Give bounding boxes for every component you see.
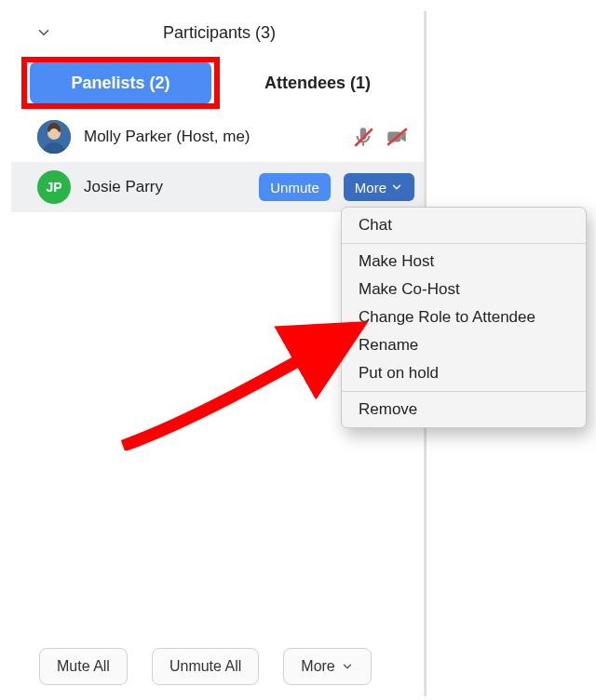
menu-item-make-cohost[interactable]: Make Co-Host <box>342 276 586 303</box>
menu-item-label: Change Role to Attendee <box>359 308 535 326</box>
menu-item-remove[interactable]: Remove <box>342 396 586 424</box>
menu-item-label: Chat <box>359 216 392 234</box>
participant-name: Josie Parry <box>84 178 246 196</box>
menu-item-make-host[interactable]: Make Host <box>342 248 586 276</box>
menu-item-chat[interactable]: Chat <box>342 211 586 239</box>
unmute-all-label: Unmute All <box>169 658 241 675</box>
participant-list: Molly Parker (Host, me) <box>11 112 424 212</box>
avatar: JP <box>37 170 71 204</box>
menu-item-label: Remove <box>359 400 417 418</box>
participant-name: Molly Parker (Host, me) <box>84 128 338 146</box>
menu-item-change-role[interactable]: Change Role to Attendee <box>342 303 586 331</box>
tab-panelists-label: Panelists (2) <box>71 74 169 93</box>
tab-attendees[interactable]: Attendees (1) <box>211 61 424 104</box>
mic-muted-icon <box>351 125 375 149</box>
participant-row: JP Josie Parry Unmute More <box>11 162 424 212</box>
unmute-all-button[interactable]: Unmute All <box>152 648 259 685</box>
panel-header: Participants (3) <box>11 11 424 54</box>
unmute-button-label: Unmute <box>270 180 319 195</box>
chevron-down-icon[interactable] <box>35 24 52 41</box>
mute-all-button[interactable]: Mute All <box>39 648 128 685</box>
menu-item-label: Make Co-Host <box>359 280 460 298</box>
tab-bar: Panelists (2) Attendees (1) <box>11 54 424 112</box>
mute-all-label: Mute All <box>57 658 110 675</box>
more-button[interactable]: More <box>344 173 414 201</box>
tab-attendees-label: Attendees (1) <box>264 74 371 93</box>
status-icons <box>351 125 414 149</box>
tab-panelists[interactable]: Panelists (2) <box>30 61 211 104</box>
bottom-more-label: More <box>301 658 334 675</box>
menu-item-label: Rename <box>359 336 418 354</box>
avatar <box>37 120 71 154</box>
more-dropdown-menu: Chat Make Host Make Co-Host Change Role … <box>341 207 587 428</box>
menu-item-rename[interactable]: Rename <box>342 331 586 359</box>
menu-item-label: Make Host <box>359 252 434 270</box>
menu-item-put-on-hold[interactable]: Put on hold <box>342 359 586 387</box>
menu-item-label: Put on hold <box>359 364 439 382</box>
avatar-initials: JP <box>46 180 61 195</box>
participant-row: Molly Parker (Host, me) <box>11 112 424 162</box>
chevron-down-icon <box>341 660 354 673</box>
camera-muted-icon <box>385 125 409 149</box>
bottom-more-button[interactable]: More <box>283 648 371 685</box>
panel-title: Participants (3) <box>52 23 424 43</box>
chevron-down-icon <box>390 181 403 194</box>
menu-separator <box>342 243 586 244</box>
bottom-toolbar: Mute All Unmute All More <box>11 637 424 696</box>
more-button-label: More <box>355 180 386 195</box>
menu-separator <box>342 391 586 392</box>
unmute-button[interactable]: Unmute <box>259 173 331 201</box>
